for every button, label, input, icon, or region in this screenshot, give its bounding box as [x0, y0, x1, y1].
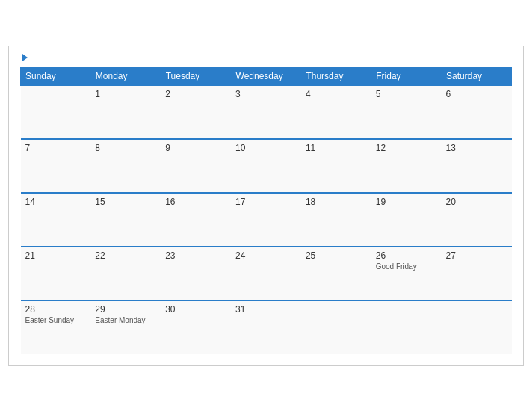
day-number: 16 [165, 197, 226, 207]
day-number: 8 [95, 143, 156, 153]
logo-triangle-icon [22, 54, 28, 61]
calendar-grid: SundayMondayTuesdayWednesdayThursdayFrid… [20, 67, 512, 354]
day-number: 30 [165, 304, 226, 315]
calendar-header [20, 54, 512, 61]
weekday-header: Thursday [301, 67, 371, 85]
calendar-container: SundayMondayTuesdayWednesdayThursdayFrid… [8, 46, 524, 366]
calendar-body: 1234567891011121314151617181920212223242… [21, 85, 512, 354]
day-number: 29 [95, 304, 156, 315]
day-number: 14 [25, 197, 87, 207]
calendar-cell: 23 [161, 247, 231, 300]
calendar-cell: 14 [21, 193, 91, 247]
weekday-header: Friday [371, 67, 442, 85]
day-number: 5 [376, 89, 437, 99]
day-number: 21 [25, 250, 87, 261]
calendar-cell: 16 [161, 193, 231, 247]
day-number: 15 [95, 197, 156, 207]
calendar-cell: 3 [231, 85, 301, 139]
calendar-cell: 20 [442, 193, 512, 247]
day-number: 20 [446, 197, 507, 207]
calendar-cell [442, 300, 512, 354]
calendar-cell: 8 [90, 139, 161, 193]
calendar-cell: 12 [371, 139, 442, 193]
day-number: 24 [235, 250, 297, 261]
weekday-header: Saturday [442, 67, 512, 85]
weekday-header-row: SundayMondayTuesdayWednesdayThursdayFrid… [21, 67, 512, 85]
calendar-cell [21, 85, 91, 139]
calendar-week-row: 14151617181920 [21, 193, 512, 247]
weekday-header: Tuesday [161, 67, 231, 85]
calendar-cell: 22 [90, 247, 161, 300]
day-number: 1 [95, 89, 156, 99]
calendar-cell [301, 300, 371, 354]
day-number: 23 [165, 250, 226, 261]
day-number: 13 [446, 143, 507, 153]
calendar-week-row: 28Easter Sunday29Easter Monday3031 [21, 300, 512, 354]
day-number: 31 [235, 304, 297, 315]
calendar-cell: 9 [161, 139, 231, 193]
calendar-cell: 31 [231, 300, 301, 354]
day-number: 19 [376, 197, 437, 207]
calendar-cell: 15 [90, 193, 161, 247]
day-number: 4 [306, 89, 367, 99]
day-number: 10 [235, 143, 297, 153]
calendar-cell: 25 [301, 247, 371, 300]
day-event: Easter Sunday [25, 316, 87, 324]
calendar-cell: 1 [90, 85, 161, 139]
weekday-header: Wednesday [231, 67, 301, 85]
day-number: 11 [306, 143, 367, 153]
day-event: Good Friday [376, 262, 437, 271]
calendar-cell: 10 [231, 139, 301, 193]
calendar-header-row: SundayMondayTuesdayWednesdayThursdayFrid… [21, 67, 512, 85]
weekday-header: Monday [90, 67, 161, 85]
calendar-cell: 29Easter Monday [90, 300, 161, 354]
day-number: 27 [446, 250, 507, 261]
calendar-cell: 24 [231, 247, 301, 300]
calendar-cell: 19 [371, 193, 442, 247]
day-number: 18 [306, 197, 367, 207]
day-number: 3 [235, 89, 297, 99]
calendar-week-row: 123456 [21, 85, 512, 139]
logo [20, 54, 28, 61]
calendar-cell: 17 [231, 193, 301, 247]
calendar-cell: 27 [442, 247, 512, 300]
day-number: 9 [165, 143, 226, 153]
calendar-cell: 11 [301, 139, 371, 193]
calendar-cell: 4 [301, 85, 371, 139]
day-number: 12 [376, 143, 437, 153]
calendar-cell: 5 [371, 85, 442, 139]
calendar-cell: 18 [301, 193, 371, 247]
day-number: 7 [25, 143, 87, 153]
calendar-week-row: 78910111213 [21, 139, 512, 193]
calendar-week-row: 212223242526Good Friday27 [21, 247, 512, 300]
calendar-cell: 7 [21, 139, 91, 193]
day-event: Easter Monday [95, 316, 156, 324]
calendar-cell: 30 [161, 300, 231, 354]
calendar-cell: 2 [161, 85, 231, 139]
day-number: 17 [235, 197, 297, 207]
calendar-cell [371, 300, 442, 354]
calendar-cell: 28Easter Sunday [21, 300, 91, 354]
calendar-cell: 21 [21, 247, 91, 300]
calendar-cell: 6 [442, 85, 512, 139]
day-number: 28 [25, 304, 87, 315]
logo-blue-text [20, 54, 28, 61]
day-number: 2 [165, 89, 226, 99]
calendar-cell: 26Good Friday [371, 247, 442, 300]
day-number: 25 [306, 250, 367, 261]
day-number: 6 [446, 89, 507, 99]
weekday-header: Sunday [21, 67, 91, 85]
day-number: 22 [95, 250, 156, 261]
day-number: 26 [376, 250, 437, 261]
calendar-cell: 13 [442, 139, 512, 193]
